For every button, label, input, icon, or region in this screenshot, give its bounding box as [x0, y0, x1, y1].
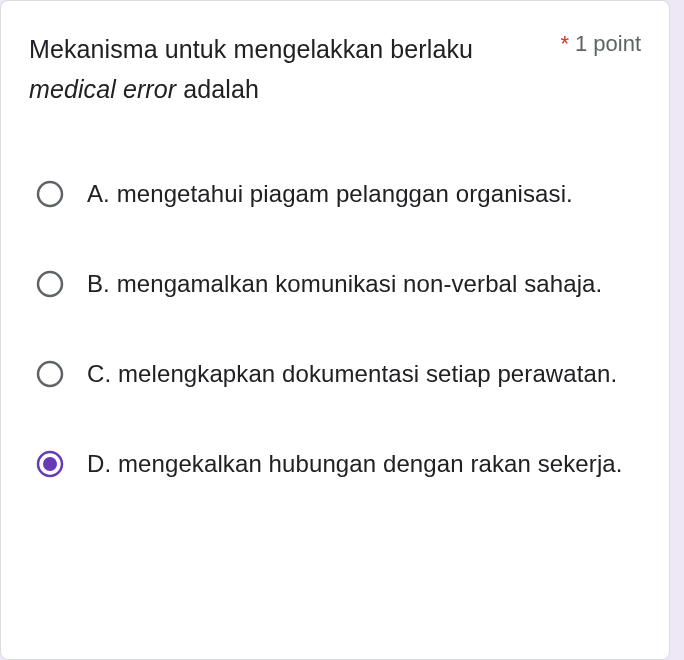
points-wrap: * 1 point: [560, 29, 641, 57]
option-b[interactable]: B. mengamalkan komunikasi non-verbal sah…: [29, 239, 641, 329]
svg-point-4: [38, 362, 62, 386]
question-text-italic: medical error: [29, 75, 176, 103]
svg-point-0: [38, 182, 62, 206]
radio-icon: [35, 449, 65, 479]
option-d[interactable]: D. mengekalkan hubungan dengan rakan sek…: [29, 419, 641, 509]
required-star: *: [560, 31, 569, 57]
options-group: A. mengetahui piagam pelanggan organisas…: [29, 149, 641, 509]
svg-point-2: [38, 272, 62, 296]
option-label: A. mengetahui piagam pelanggan organisas…: [87, 176, 573, 212]
question-card: Mekanisma untuk mengelakkan berlaku medi…: [0, 0, 670, 660]
question-text-post: adalah: [176, 75, 259, 103]
question-text: Mekanisma untuk mengelakkan berlaku medi…: [29, 29, 560, 109]
radio-icon: [35, 359, 65, 389]
option-label: C. melengkapkan dokumentasi setiap peraw…: [87, 356, 617, 392]
question-header: Mekanisma untuk mengelakkan berlaku medi…: [29, 29, 641, 109]
option-c[interactable]: C. melengkapkan dokumentasi setiap peraw…: [29, 329, 641, 419]
option-a[interactable]: A. mengetahui piagam pelanggan organisas…: [29, 149, 641, 239]
option-label: D. mengekalkan hubungan dengan rakan sek…: [87, 446, 623, 482]
question-text-pre: Mekanisma untuk mengelakkan berlaku: [29, 35, 473, 63]
svg-point-7: [43, 457, 57, 471]
points-label: 1 point: [575, 31, 641, 57]
radio-icon: [35, 269, 65, 299]
radio-icon: [35, 179, 65, 209]
option-label: B. mengamalkan komunikasi non-verbal sah…: [87, 266, 602, 302]
